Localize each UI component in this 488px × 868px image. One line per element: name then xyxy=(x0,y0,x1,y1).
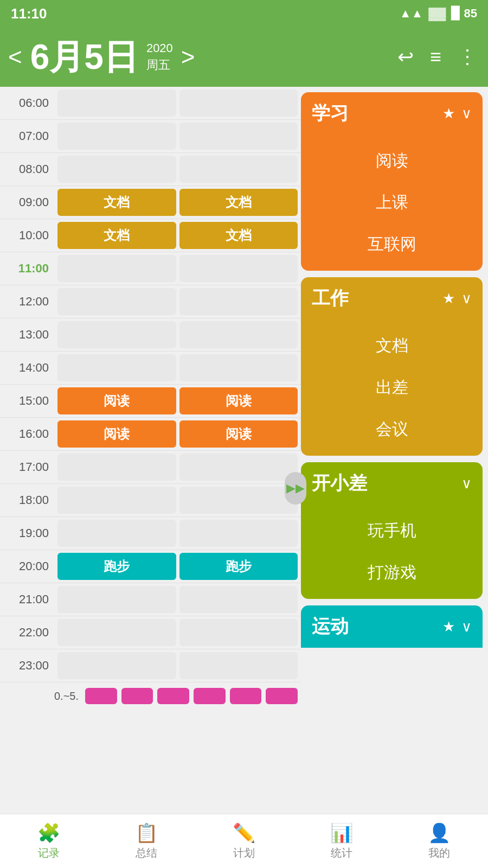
time-cells xyxy=(54,153,301,186)
next-date-button[interactable]: > xyxy=(178,43,198,71)
calendar-cell[interactable]: 阅读 xyxy=(179,420,298,448)
calendar-cell[interactable] xyxy=(179,619,298,646)
calendar-cell[interactable]: 跑步 xyxy=(57,553,176,580)
nav-item-mine[interactable]: 👤我的 xyxy=(390,822,488,860)
chevron-down-icon[interactable]: ∨ xyxy=(461,475,472,492)
calendar-cell[interactable] xyxy=(179,586,298,613)
calendar-cell[interactable] xyxy=(57,321,176,348)
calendar-cell[interactable] xyxy=(57,586,176,613)
nav-icon-plan: ✏️ xyxy=(233,822,255,844)
calendar-cell[interactable] xyxy=(179,156,298,183)
calendar-cell[interactable] xyxy=(57,123,176,150)
nav-icon-summary: 📋 xyxy=(135,822,158,844)
undo-icon[interactable]: ↩ xyxy=(397,46,414,68)
calendar-cell[interactable] xyxy=(57,487,176,514)
calendar-cell[interactable] xyxy=(179,652,298,679)
time-row: 15:00阅读阅读 xyxy=(0,385,301,418)
calendar-cell[interactable]: 文档 xyxy=(57,189,176,216)
time-label: 18:00 xyxy=(0,484,54,516)
category-item[interactable]: 打游戏 xyxy=(301,552,483,593)
chevron-down-icon[interactable]: ∨ xyxy=(461,618,472,635)
calendar-cell[interactable] xyxy=(179,321,298,348)
calendar-cell[interactable] xyxy=(179,255,298,282)
calendar-cell[interactable]: 跑步 xyxy=(179,553,298,580)
nav-item-stats[interactable]: 📊统计 xyxy=(293,822,390,860)
nav-item-summary[interactable]: 📋总结 xyxy=(98,822,195,860)
status-time: 11:10 xyxy=(11,5,47,22)
time-row: 06:00 xyxy=(0,87,301,120)
star-icon[interactable]: ★ xyxy=(442,618,455,635)
calendar-cell[interactable] xyxy=(57,520,176,547)
time-label: 07:00 xyxy=(0,120,54,152)
category-header-work[interactable]: 工作★∨ xyxy=(301,277,483,320)
menu-icon[interactable]: ≡ xyxy=(430,46,441,68)
signal-icon: ▓▓ xyxy=(428,7,446,21)
time-cells xyxy=(54,616,301,649)
calendar-cell[interactable] xyxy=(179,90,298,117)
scroll-indicator[interactable]: ▶▶ xyxy=(285,472,306,505)
category-item[interactable]: 互联网 xyxy=(301,224,483,265)
calendar-cell[interactable]: 阅读 xyxy=(57,420,176,448)
calendar-cell[interactable] xyxy=(57,255,176,282)
time-row: 19:00 xyxy=(0,517,301,550)
calendar-cell[interactable] xyxy=(179,288,298,315)
calendar-cell[interactable] xyxy=(179,123,298,150)
category-card-study: 学习★∨阅读上课互联网 xyxy=(301,92,483,271)
category-item[interactable]: 会议 xyxy=(301,409,483,450)
calendar-cell[interactable]: 阅读 xyxy=(179,387,298,414)
chevron-down-icon[interactable]: ∨ xyxy=(461,105,472,122)
category-header-study[interactable]: 学习★∨ xyxy=(301,92,483,135)
calendar-cell[interactable] xyxy=(57,156,176,183)
time-label: 09:00 xyxy=(0,186,54,219)
calendar-cell[interactable] xyxy=(57,288,176,315)
chevron-down-icon[interactable]: ∨ xyxy=(461,290,472,307)
star-icon[interactable]: ★ xyxy=(442,105,455,122)
calendar-cell[interactable]: 阅读 xyxy=(57,387,176,414)
time-label: 20:00 xyxy=(0,550,54,583)
category-item[interactable]: 玩手机 xyxy=(301,510,483,552)
star-icon[interactable]: ★ xyxy=(442,290,455,307)
calendar-cell[interactable] xyxy=(57,652,176,679)
calendar-grid: 06:0007:0008:0009:00文档文档10:00文档文档11:0012… xyxy=(0,87,301,814)
dot-indicator xyxy=(266,688,298,704)
battery-icon: ▉ 85 xyxy=(451,7,477,21)
category-item[interactable]: 出差 xyxy=(301,367,483,409)
category-title-work: 工作 xyxy=(312,286,349,311)
time-label: 15:00 xyxy=(0,385,54,417)
calendar-cell[interactable] xyxy=(57,619,176,646)
nav-item-plan[interactable]: ✏️计划 xyxy=(195,822,293,860)
time-label: 10:00 xyxy=(0,219,54,252)
time-row: 09:00文档文档 xyxy=(0,186,301,219)
nav-item-record[interactable]: 🧩记录 xyxy=(0,822,98,860)
prev-date-button[interactable]: < xyxy=(5,43,25,71)
time-row: 13:00 xyxy=(0,318,301,352)
category-item[interactable]: 文档 xyxy=(301,325,483,367)
forward-icon: ▶▶ xyxy=(286,481,305,495)
calendar-cell[interactable] xyxy=(179,520,298,547)
calendar-cell[interactable] xyxy=(57,354,176,381)
calendar-cell[interactable]: 文档 xyxy=(179,189,298,216)
time-label: 19:00 xyxy=(0,517,54,550)
category-title-study: 学习 xyxy=(312,101,349,126)
calendar-cell[interactable] xyxy=(179,487,298,514)
header: < 6月5日 2020 周五 > ↩ ≡ ⋮ xyxy=(0,27,488,87)
category-item[interactable]: 上课 xyxy=(301,182,483,224)
time-label: 23:00 xyxy=(0,649,54,682)
category-item[interactable]: 阅读 xyxy=(301,140,483,182)
calendar-cell[interactable]: 文档 xyxy=(57,222,176,249)
calendar-cell[interactable]: 文档 xyxy=(179,222,298,249)
year-weekday: 2020 周五 xyxy=(146,40,173,74)
time-label: 22:00 xyxy=(0,616,54,649)
calendar-cell[interactable] xyxy=(179,454,298,481)
calendar-cell[interactable] xyxy=(179,354,298,381)
time-cells: 跑步跑步 xyxy=(54,550,301,583)
time-cells xyxy=(54,252,301,285)
category-header-slack[interactable]: 开小差∨ xyxy=(301,462,483,505)
calendar-cell[interactable] xyxy=(57,90,176,117)
time-label: 13:00 xyxy=(0,318,54,351)
header-actions: ↩ ≡ ⋮ xyxy=(397,46,477,68)
calendar-cell[interactable] xyxy=(57,454,176,481)
time-label: 06:00 xyxy=(0,87,54,119)
more-icon[interactable]: ⋮ xyxy=(458,46,477,68)
category-header-sport[interactable]: 运动★∨ xyxy=(301,605,483,648)
